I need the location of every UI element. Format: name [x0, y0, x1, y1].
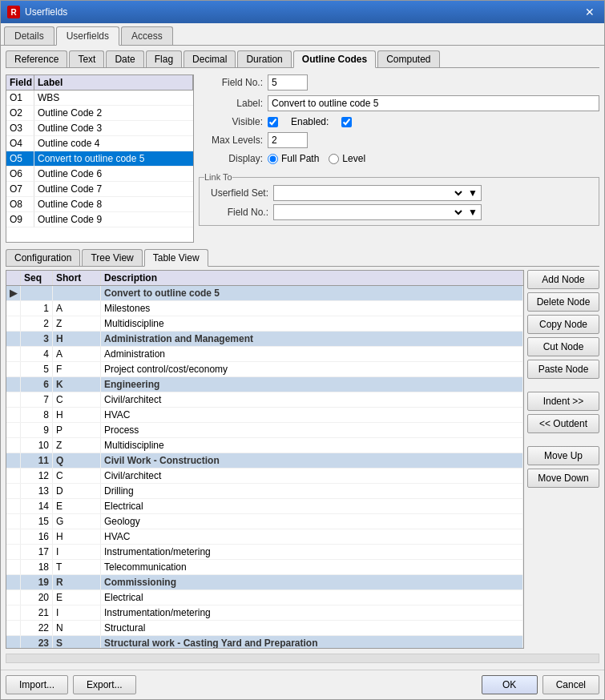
subtab-duration[interactable]: Duration	[237, 50, 291, 67]
table-row[interactable]: 21 I Instrumentation/metering	[6, 605, 523, 621]
table-row[interactable]: 23 S Structural work - Casting Yard and …	[6, 636, 523, 650]
table-row[interactable]: 17 I Instrumentation/metering	[6, 545, 523, 560]
short-cell: Z	[53, 316, 101, 332]
export-button[interactable]: Export...	[73, 675, 136, 694]
subtab-computed[interactable]: Computed	[377, 50, 439, 67]
list-item[interactable]: O4 Outline code 4	[6, 136, 193, 151]
table-row[interactable]: 18 T Telecommunication	[6, 560, 523, 575]
desc-cell: Geology	[101, 514, 523, 529]
move-up-button[interactable]: Move Up	[527, 446, 599, 465]
outdent-button[interactable]: << Outdent	[527, 414, 599, 433]
list-item[interactable]: O3 Outline Code 3	[6, 121, 193, 136]
h-scrollbar-track[interactable]	[6, 654, 599, 663]
table-row[interactable]: 3 H Administration and Management	[6, 332, 523, 347]
subtab-outline-codes[interactable]: Outline Codes	[293, 50, 376, 68]
full-path-radio[interactable]	[268, 154, 278, 164]
field-no-input[interactable]	[268, 74, 308, 91]
userfield-set-label: Userfield Set:	[204, 187, 268, 199]
horizontal-scrollbar[interactable]	[6, 652, 599, 665]
table-container[interactable]: Seq Short Description ▶ Convert to outli…	[6, 270, 524, 649]
table-row[interactable]: 10 Z Multidiscipline	[6, 438, 523, 453]
table-row[interactable]: 7 C Civil/architect	[6, 392, 523, 408]
seq-cell: 17	[21, 545, 53, 560]
seq-cell: 11	[21, 453, 53, 469]
short-cell: C	[53, 469, 101, 484]
table-row[interactable]: 15 G Geology	[6, 514, 523, 529]
list-item[interactable]: O9 Outline Code 9	[6, 212, 193, 227]
table-row[interactable]: 9 P Process	[6, 423, 523, 438]
subtab-date[interactable]: Date	[106, 50, 143, 67]
field-no2-select[interactable]	[274, 205, 465, 219]
list-item[interactable]: O1 WBS	[6, 91, 193, 106]
copy-node-button[interactable]: Copy Node	[527, 315, 599, 334]
field-no2-select-wrapper[interactable]: ▼	[273, 204, 482, 220]
tab-tree-view[interactable]: Tree View	[82, 249, 142, 266]
import-button[interactable]: Import...	[6, 675, 68, 694]
close-button[interactable]: ✕	[582, 4, 598, 20]
label-input[interactable]	[268, 95, 599, 111]
list-item-selected[interactable]: O5 Convert to outline code 5	[6, 151, 193, 167]
table-row[interactable]: 4 A Administration	[6, 347, 523, 362]
table-row[interactable]: 12 C Civil/architect	[6, 469, 523, 484]
seq-cell: 21	[21, 605, 53, 621]
userfield-set-select-wrapper[interactable]: ▼	[273, 185, 482, 201]
tab-table-view[interactable]: Table View	[144, 249, 208, 267]
field-list-scroll[interactable]: O1 WBS O2 Outline Code 2 O3 Outline Code…	[6, 91, 193, 227]
bottom-right-buttons: OK Cancel	[482, 675, 599, 694]
move-down-button[interactable]: Move Down	[527, 469, 599, 488]
subtab-text[interactable]: Text	[69, 50, 104, 67]
table-row[interactable]: 22 N Structural	[6, 621, 523, 636]
tab-details[interactable]: Details	[4, 26, 54, 45]
label-cell: Outline Code 7	[34, 182, 193, 197]
seq-cell: 18	[21, 560, 53, 575]
indent-button[interactable]: Indent >>	[527, 392, 599, 411]
ok-button[interactable]: OK	[482, 675, 538, 694]
list-item[interactable]: O8 Outline Code 8	[6, 197, 193, 212]
table-row[interactable]: 16 H HVAC	[6, 529, 523, 545]
table-row[interactable]: 19 R Commissioning	[6, 575, 523, 590]
add-node-button[interactable]: Add Node	[527, 270, 599, 289]
enabled-checkbox[interactable]	[341, 117, 352, 127]
arrow-cell	[6, 301, 21, 316]
level-radio-item: Level	[329, 153, 365, 164]
seq-cell: 19	[21, 575, 53, 590]
table-row[interactable]: 6 K Engineering	[6, 377, 523, 392]
table-row[interactable]: 8 H HVAC	[6, 408, 523, 423]
desc-cell: Milestones	[101, 301, 523, 316]
paste-node-button[interactable]: Paste Node	[527, 360, 599, 379]
seq-cell: 9	[21, 423, 53, 438]
list-item[interactable]: O2 Outline Code 2	[6, 106, 193, 121]
arrow-cell	[6, 362, 21, 377]
max-levels-input[interactable]	[268, 132, 308, 148]
list-item[interactable]: O7 Outline Code 7	[6, 182, 193, 197]
table-row[interactable]: 2 Z Multidiscipline	[6, 316, 523, 332]
label-cell: Outline Code 2	[34, 106, 193, 121]
label-cell: Outline Code 9	[34, 212, 193, 227]
short-cell: N	[53, 621, 101, 636]
table-row[interactable]: 5 F Project control/cost/economy	[6, 362, 523, 377]
table-row[interactable]: 20 E Electrical	[6, 590, 523, 605]
list-item[interactable]: O6 Outline Code 6	[6, 167, 193, 182]
cancel-button[interactable]: Cancel	[542, 675, 599, 694]
tab-userfields[interactable]: Userfields	[56, 26, 119, 46]
tab-configuration[interactable]: Configuration	[6, 249, 80, 266]
seq-cell: 15	[21, 514, 53, 529]
subtab-decimal[interactable]: Decimal	[184, 50, 236, 67]
table-row[interactable]: 1 A Milestones	[6, 301, 523, 316]
field-cell: O4	[6, 136, 34, 151]
userfield-set-select[interactable]	[274, 186, 465, 200]
tab-access[interactable]: Access	[121, 26, 173, 45]
table-row[interactable]: 11 Q Civil Work - Construction	[6, 453, 523, 469]
visible-checkbox[interactable]	[268, 117, 278, 127]
table-row-header[interactable]: ▶ Convert to outline code 5	[6, 286, 523, 301]
subtab-reference[interactable]: Reference	[6, 50, 67, 67]
delete-node-button[interactable]: Delete Node	[527, 292, 599, 312]
table-row[interactable]: 14 E Electrical	[6, 499, 523, 514]
subtab-flag[interactable]: Flag	[146, 50, 182, 67]
level-radio[interactable]	[329, 154, 339, 164]
field-cell: O5	[6, 151, 34, 167]
desc-cell: HVAC	[101, 529, 523, 545]
short-cell: H	[53, 408, 101, 423]
cut-node-button[interactable]: Cut Node	[527, 337, 599, 356]
table-row[interactable]: 13 D Drilling	[6, 484, 523, 499]
